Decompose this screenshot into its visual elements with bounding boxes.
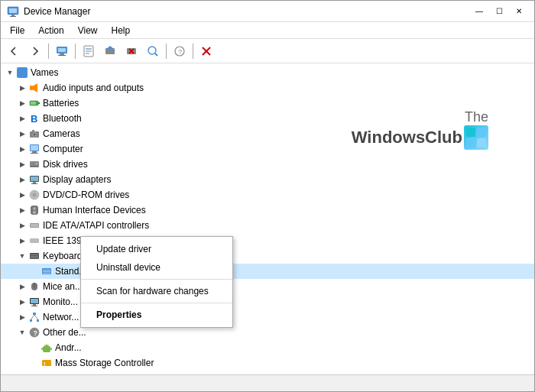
back-button[interactable] — [4, 42, 24, 60]
uninstall-button[interactable] — [122, 42, 141, 60]
root-icon — [16, 66, 28, 79]
disk-expand[interactable]: ▶ — [16, 158, 28, 170]
svg-point-31 — [34, 134, 36, 136]
list-item[interactable]: ▶ Batteries — [1, 96, 534, 111]
forward-button[interactable] — [25, 42, 45, 60]
keyboards-expand[interactable]: ▼ — [16, 250, 28, 262]
svg-rect-32 — [32, 130, 34, 132]
root-expand-icon[interactable]: ▼ — [4, 66, 16, 79]
display-icon — [28, 173, 41, 186]
svg-marker-13 — [106, 46, 114, 49]
list-item[interactable]: ▶ Audio inputs and outputs — [1, 80, 534, 96]
audio-expand[interactable]: ▶ — [16, 82, 28, 94]
svg-rect-2 — [11, 15, 15, 16]
delete-button[interactable] — [196, 42, 216, 60]
mass-storage-icon: ! — [41, 357, 53, 369]
svg-rect-35 — [32, 151, 37, 153]
list-item[interactable]: ▶ Human Interface Devices — [1, 202, 534, 218]
svg-point-76 — [44, 345, 46, 346]
close-button[interactable]: ✕ — [510, 5, 528, 18]
ide-expand[interactable]: ▶ — [16, 219, 28, 232]
display-expand[interactable]: ▶ — [16, 173, 28, 186]
context-menu: Update driver Uninstall device Scan for … — [80, 236, 233, 328]
watermark-line1: The — [465, 109, 488, 125]
svg-rect-27 — [31, 102, 36, 105]
nearby-expand — [28, 372, 41, 374]
title-bar: Device Manager — ☐ ✕ — [1, 1, 534, 22]
menu-view[interactable]: View — [72, 22, 104, 39]
svg-rect-5 — [58, 48, 66, 52]
list-item[interactable]: ▶ Display adapters — [1, 172, 534, 187]
other-expand[interactable]: ▼ — [16, 326, 28, 339]
nearby-item[interactable]: NearbySharing — [1, 371, 534, 374]
computer-icon — [56, 45, 68, 57]
scan-hardware-button[interactable] — [143, 42, 163, 60]
ctx-update-driver[interactable]: Update driver — [81, 240, 232, 258]
dvd-icon — [28, 189, 41, 201]
minimize-button[interactable]: — — [470, 5, 488, 18]
svg-rect-60 — [43, 273, 50, 274]
help-button[interactable]: ? — [170, 42, 190, 60]
display-label: Display adapters — [43, 174, 111, 185]
other-icon: ? — [28, 326, 41, 339]
toolbar-sep-3 — [166, 44, 167, 59]
tree-root[interactable]: ▼ Vames — [1, 65, 534, 80]
mass-storage-item[interactable]: ! Mass Storage Controller — [1, 355, 534, 371]
windowsclub-icon — [464, 125, 488, 150]
list-item[interactable]: ▶ Disk drives — [1, 157, 534, 172]
svg-line-18 — [155, 53, 157, 56]
svg-point-46 — [34, 194, 35, 196]
update-driver-button[interactable] — [100, 42, 120, 60]
app-icon — [7, 5, 19, 18]
mass-expand — [28, 357, 41, 369]
computer-expand[interactable]: ▶ — [16, 143, 28, 155]
svg-rect-58 — [43, 270, 50, 271]
audio-label: Audio inputs and outputs — [43, 83, 144, 93]
bluetooth-expand[interactable]: ▶ — [16, 112, 28, 125]
menu-bar: File Action View Help — [1, 22, 534, 39]
hid-label: Human Interface Devices — [43, 205, 146, 215]
ctx-properties[interactable]: Properties — [81, 306, 232, 324]
watermark-logo: WindowsClub — [352, 125, 488, 150]
standard-keyboard-icon — [41, 265, 53, 277]
menu-help[interactable]: Help — [105, 22, 137, 39]
android-icon — [41, 342, 53, 354]
menu-action[interactable]: Action — [32, 22, 70, 39]
monitors-expand[interactable]: ▶ — [16, 296, 28, 308]
mice-expand[interactable]: ▶ — [16, 280, 28, 293]
svg-point-17 — [148, 47, 156, 54]
ctx-separator-2 — [81, 303, 232, 303]
tree-view[interactable]: ▼ Vames ▶ Audio inputs and outputs ▶ — [1, 63, 534, 374]
list-item[interactable]: ▶ DVD/CD-ROM drives — [1, 187, 534, 202]
main-content: ▼ Vames ▶ Audio inputs and outputs ▶ — [1, 63, 534, 374]
cameras-expand[interactable]: ▶ — [16, 128, 28, 140]
svg-marker-24 — [34, 83, 37, 92]
ctx-scan-hardware[interactable]: Scan for hardware changes — [81, 282, 232, 300]
properties-button[interactable] — [79, 42, 99, 60]
watermark: The WindowsClub — [352, 109, 488, 150]
network-expand[interactable]: ▶ — [16, 311, 28, 323]
scan-icon — [147, 45, 159, 57]
svg-rect-12 — [105, 48, 115, 54]
android-item[interactable]: Andr... — [1, 340, 534, 355]
maximize-button[interactable]: ☐ — [490, 5, 508, 18]
hid-expand[interactable]: ▶ — [16, 204, 28, 216]
computer-button[interactable] — [52, 42, 72, 60]
ide-label: IDE ATA/ATAPI controllers — [43, 220, 149, 231]
dvd-label: DVD/CD-ROM drives — [43, 190, 129, 200]
monitors-label: Monito... — [43, 296, 78, 307]
update-driver-icon — [104, 45, 116, 57]
dvd-expand[interactable]: ▶ — [16, 189, 28, 201]
nearby-label: NearbySharing — [55, 373, 116, 374]
ctx-uninstall-device[interactable]: Uninstall device — [81, 258, 232, 277]
ieee-icon — [28, 235, 41, 247]
svg-line-70 — [31, 315, 35, 319]
svg-point-39 — [36, 163, 38, 165]
batteries-expand[interactable]: ▶ — [16, 97, 28, 109]
svg-rect-38 — [31, 166, 38, 167]
list-item[interactable]: ▶ IDE ATA/ATAPI controllers — [1, 218, 534, 233]
svg-rect-42 — [33, 182, 36, 183]
menu-file[interactable]: File — [4, 22, 31, 39]
ieee-expand[interactable]: ▶ — [16, 235, 28, 247]
title-controls: — ☐ ✕ — [470, 5, 528, 18]
